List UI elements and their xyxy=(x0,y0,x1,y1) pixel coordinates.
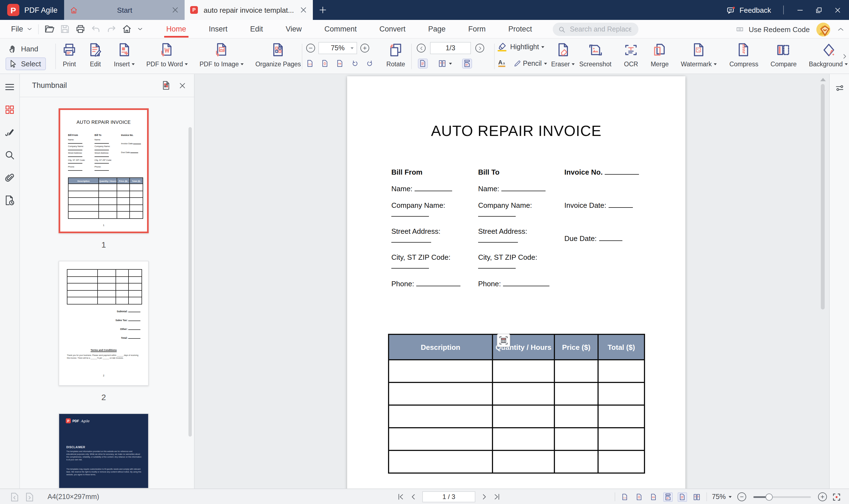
table-row[interactable] xyxy=(389,405,645,428)
actual-size-button[interactable]: 1:1 xyxy=(620,492,630,502)
print-button[interactable]: Print xyxy=(59,39,80,68)
table-cell[interactable] xyxy=(598,450,645,473)
actual-size-button[interactable]: 1:1 xyxy=(305,58,315,69)
zoom-slider[interactable] xyxy=(753,496,811,498)
table-cell[interactable] xyxy=(389,382,492,405)
field-line[interactable] xyxy=(391,216,429,217)
eraser-button[interactable]: Eraser xyxy=(550,39,576,68)
save-button[interactable] xyxy=(60,24,70,34)
previous-page-button[interactable] xyxy=(410,493,417,501)
table-cell[interactable] xyxy=(492,428,554,450)
menu-item-page[interactable]: Page xyxy=(427,21,447,37)
screenshot-button[interactable]: Screenshot xyxy=(576,39,615,68)
redo-button[interactable] xyxy=(106,24,116,34)
compress-button[interactable]: Compress xyxy=(726,39,762,68)
menu-item-comment[interactable]: Comment xyxy=(323,21,358,37)
zoom-slider-knob[interactable] xyxy=(765,493,773,500)
page-number-box[interactable]: 1/3 xyxy=(430,42,471,54)
field-line[interactable] xyxy=(503,280,549,286)
restore-button[interactable] xyxy=(811,3,826,17)
table-row[interactable] xyxy=(389,450,645,473)
doc-clock-icon[interactable] xyxy=(4,195,15,205)
table-cell[interactable] xyxy=(492,405,554,428)
feedback-button[interactable]: Feedback xyxy=(726,6,771,14)
insert-button[interactable]: Insert xyxy=(111,39,139,68)
table-cell[interactable] xyxy=(598,360,645,382)
home-button[interactable] xyxy=(122,24,132,34)
close-icon[interactable] xyxy=(300,6,307,14)
first-page-button[interactable] xyxy=(397,493,404,501)
organize-pages-icon[interactable] xyxy=(161,81,171,90)
table-cell[interactable] xyxy=(554,450,598,473)
field-line[interactable] xyxy=(502,185,546,191)
table-cell[interactable] xyxy=(389,405,492,428)
table-cell[interactable] xyxy=(389,450,492,473)
prev-page-icon[interactable] xyxy=(10,492,19,502)
fullscreen-icon[interactable] xyxy=(832,492,841,502)
tab-start[interactable]: Start xyxy=(64,0,185,20)
previous-page-button[interactable] xyxy=(417,44,426,53)
fit-page-button[interactable] xyxy=(634,492,644,502)
open-file-button[interactable] xyxy=(44,24,55,34)
table-row[interactable] xyxy=(389,360,645,382)
close-icon[interactable] xyxy=(171,6,179,14)
field-line[interactable] xyxy=(391,241,431,242)
table-cell[interactable] xyxy=(598,382,645,405)
field-line[interactable] xyxy=(416,280,460,286)
table-extract-button[interactable] xyxy=(497,334,510,347)
field-line[interactable] xyxy=(599,235,622,241)
field-line[interactable] xyxy=(391,268,429,269)
table-row[interactable] xyxy=(389,382,645,405)
fit-width-button[interactable] xyxy=(649,492,658,502)
menu-item-home[interactable]: Home xyxy=(165,21,187,37)
table-cell[interactable] xyxy=(492,382,554,405)
zoom-out-button[interactable]: − xyxy=(306,44,315,53)
page-thumbnail-3[interactable]: PPDFAgileDISCLAIMERThe templates and inf… xyxy=(59,413,149,488)
undo-button[interactable] xyxy=(91,24,101,34)
avatar[interactable] xyxy=(816,22,830,36)
watermark-button[interactable]: Watermark xyxy=(678,39,721,68)
menu-item-insert[interactable]: Insert xyxy=(208,21,229,37)
table-cell[interactable] xyxy=(554,405,598,428)
pencil-button[interactable]: Pencil xyxy=(513,59,548,67)
zoom-in-button[interactable]: + xyxy=(360,44,369,53)
table-cell[interactable] xyxy=(554,428,598,450)
table-cell[interactable] xyxy=(554,382,598,405)
rotate-left-button[interactable] xyxy=(350,58,360,69)
page-thumbnail-2[interactable]: Subtotal: Sales Tax: Other: Total: Terms… xyxy=(59,261,149,386)
zoom-level-dropdown[interactable]: 75% xyxy=(712,493,733,501)
file-menu[interactable]: File xyxy=(11,25,33,33)
next-page-button[interactable] xyxy=(475,44,484,53)
menu-item-convert[interactable]: Convert xyxy=(378,21,407,37)
edit-button[interactable]: Edit xyxy=(85,39,106,68)
select-tool-button[interactable]: Select xyxy=(5,57,46,70)
chevron-down-icon[interactable] xyxy=(137,26,143,32)
continuous-view-button[interactable] xyxy=(462,58,472,69)
continuous-view-button[interactable] xyxy=(663,492,673,502)
next-page-button[interactable] xyxy=(480,493,488,501)
paperclip-icon[interactable] xyxy=(4,173,15,183)
next-page-icon[interactable] xyxy=(25,492,34,502)
tab-document[interactable]: P auto repair invoice templat... xyxy=(185,0,313,20)
table-cell[interactable] xyxy=(492,360,554,382)
field-line[interactable] xyxy=(478,268,516,269)
two-page-view-button[interactable] xyxy=(692,492,701,502)
hamburger-icon[interactable] xyxy=(4,82,15,92)
collapse-toolbar-button[interactable] xyxy=(837,25,845,33)
close-panel-icon[interactable] xyxy=(179,82,186,89)
close-window-button[interactable] xyxy=(830,3,845,17)
ocr-button[interactable]: OCR xyxy=(620,39,642,68)
organize-pages-button[interactable]: Organize Pages xyxy=(252,39,304,68)
merge-button[interactable]: Merge xyxy=(647,39,672,68)
table-cell[interactable] xyxy=(554,360,598,382)
page-indicator-box[interactable]: 1 / 3 xyxy=(422,491,475,502)
table-row[interactable] xyxy=(389,428,645,450)
properties-sliders-icon[interactable] xyxy=(835,84,845,93)
field-line[interactable] xyxy=(415,185,452,191)
fit-page-button[interactable] xyxy=(320,58,330,69)
document-page[interactable]: AUTO REPAIR INVOICE Bill FromName:Compan… xyxy=(347,76,685,488)
rotate-right-button[interactable] xyxy=(365,58,375,69)
fit-width-button[interactable] xyxy=(335,58,345,69)
scroll-up-arrow[interactable] xyxy=(820,77,826,82)
field-line[interactable] xyxy=(478,241,518,242)
